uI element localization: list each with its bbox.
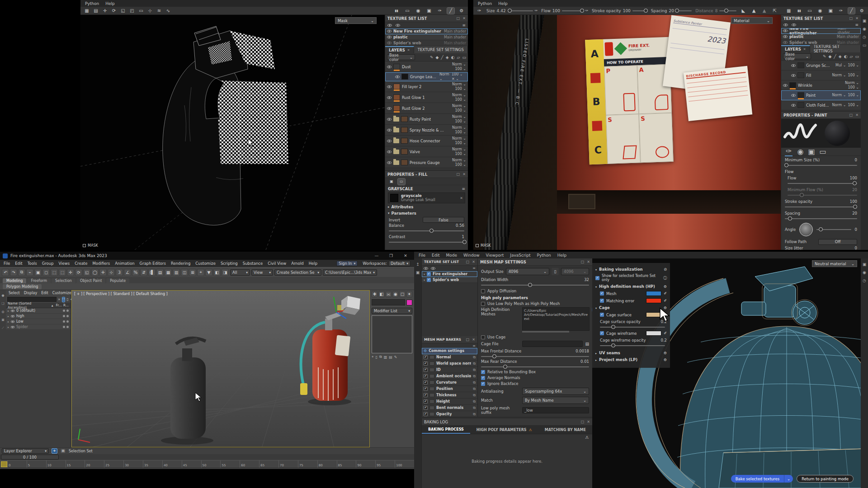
camera-icon[interactable]: ▣ xyxy=(1,318,5,322)
menu-item[interactable]: Help xyxy=(498,1,508,6)
mirror-icon[interactable]: ▲ xyxy=(750,8,757,14)
history-icon[interactable]: ◷ xyxy=(863,278,866,283)
polygon-modeling-tab[interactable]: Polygon Modeling xyxy=(3,284,42,289)
layer-row[interactable]: Grunge Sc... Mul ⌄100 ⌄ xyxy=(781,61,861,70)
copy-settings-icon[interactable]: ⧉ xyxy=(473,412,476,417)
tool-icon[interactable]: ⊹ xyxy=(146,8,154,14)
export-icon[interactable]: ↥ xyxy=(416,262,420,267)
pencil-tool-icon[interactable]: ╱ xyxy=(848,8,855,14)
object-name-field[interactable] xyxy=(372,299,405,305)
toolbar-icon[interactable]: ◱ xyxy=(83,269,90,276)
expand-icon[interactable]: ▸ xyxy=(8,325,9,328)
layer-visibility-icon[interactable] xyxy=(387,96,392,99)
view-mode-dropdown[interactable]: Mask⌄ xyxy=(335,17,377,24)
toolbar-icon[interactable]: ↶ xyxy=(2,269,9,276)
blend-mode[interactable]: Norm ⌄ xyxy=(452,62,466,67)
command-panel-tab[interactable]: ▢ xyxy=(399,291,405,297)
layer-tool-icon[interactable]: ◆ xyxy=(828,54,831,59)
contrast-slider[interactable] xyxy=(389,242,464,243)
menu-item[interactable]: Mode xyxy=(446,253,458,258)
stack-tool-icon[interactable]: ▤ xyxy=(389,355,392,359)
toolbar-icon[interactable]: ◧ xyxy=(213,269,221,276)
layer-tool-icon[interactable]: ╱ xyxy=(834,54,836,59)
toolbar-icon[interactable]: ◻ xyxy=(42,269,50,276)
layer-list-icon[interactable]: ▤ xyxy=(60,448,66,454)
blend-mode[interactable]: Norm ⌄ xyxy=(832,103,846,108)
lock-icon[interactable]: ▯ xyxy=(66,297,68,301)
apply-diffusion-checkbox[interactable]: ✓ xyxy=(481,289,485,293)
cage-wireframe-opacity-slider[interactable] xyxy=(600,345,665,346)
toolbar-icon[interactable]: % xyxy=(132,269,139,276)
close-icon[interactable]: ✕ xyxy=(472,338,475,342)
history-icon[interactable]: ◷ xyxy=(863,35,866,39)
explorer-row[interactable]: ▸ Low xyxy=(6,319,71,324)
parameters-header[interactable]: Parameters xyxy=(392,211,416,216)
ribbon-tab[interactable]: Selection xyxy=(52,278,75,283)
toolbar-icon[interactable]: ⟳ xyxy=(75,269,82,276)
close-icon[interactable]: ✕ xyxy=(803,47,806,51)
menu-item[interactable]: Views xyxy=(59,261,70,266)
render-icon[interactable] xyxy=(66,310,69,312)
gear-icon[interactable]: ⚙ xyxy=(664,351,667,355)
expand-icon[interactable]: ▾ xyxy=(424,272,425,276)
baker-checkbox[interactable]: ✓ xyxy=(424,368,428,372)
float-icon[interactable]: □ xyxy=(466,260,470,264)
menu-item[interactable]: JavaScript xyxy=(510,253,530,258)
tool-icon[interactable]: ✛ xyxy=(101,8,108,14)
toolbar-icon[interactable]: ⌖ xyxy=(197,269,204,276)
visibility-eye-icon[interactable] xyxy=(783,35,788,38)
menu-item[interactable]: Python xyxy=(537,253,551,258)
output-size-dropdown[interactable]: 4096⌄ xyxy=(506,268,549,275)
layer-tool-icon[interactable]: ╱ xyxy=(441,55,443,60)
layer-row[interactable]: Dust Norm ⌄100 ⌄ xyxy=(385,61,468,72)
stroke-opacity-slider[interactable] xyxy=(785,206,857,207)
toolbar-icon[interactable]: ⧉ xyxy=(18,269,25,276)
layer-row[interactable]: Fill Norm ⌄100 ⌄ xyxy=(781,70,861,80)
solo-icon[interactable] xyxy=(396,24,400,27)
tool-icon[interactable]: ⟳ xyxy=(110,8,118,14)
paint-viewport[interactable]: A B C FIRE EXT. ORDINARY HOW TO OPERATE xyxy=(473,15,781,250)
lock-ratio-icon[interactable]: ▯ xyxy=(552,268,559,275)
layer-opacity[interactable]: 100 ⌄ xyxy=(455,67,466,71)
spline-icon[interactable]: ⟋ xyxy=(2,326,4,330)
toolbar-icon[interactable]: ▥ xyxy=(173,269,180,276)
list-options-icon[interactable]: ≡ xyxy=(855,23,859,27)
pause-icon[interactable]: ▮▮ xyxy=(393,8,400,14)
ribbon-tab[interactable]: Freeform xyxy=(27,278,51,283)
layer-tool-icon[interactable]: ✎ xyxy=(823,54,826,59)
layer-opacity[interactable]: 100 ⌄ xyxy=(455,130,466,135)
menu-item[interactable]: Python xyxy=(85,1,99,6)
stack-tool-icon[interactable]: ✎ xyxy=(394,355,397,359)
collapse-icon[interactable]: ▸ xyxy=(388,205,390,209)
menu-item[interactable]: Python xyxy=(478,1,492,6)
rel-bbox-checkbox[interactable]: ✓ xyxy=(481,370,485,374)
menu-item[interactable]: Create xyxy=(75,261,87,266)
layer-visibility-icon[interactable] xyxy=(387,129,392,131)
layer-row[interactable]: Paint Norm ⌄100 ⌄ xyxy=(781,90,861,100)
toolbar-icon[interactable]: ✛ xyxy=(67,269,74,276)
explorer-row[interactable]: ▸ high xyxy=(6,314,71,319)
toolbar-icon[interactable]: ⌁ xyxy=(26,269,33,276)
layer-row[interactable]: Fill layer 2 Norm ⌄100 ⌄ xyxy=(385,81,468,92)
menu-item[interactable]: Viewport xyxy=(486,253,504,258)
min-flow-slider[interactable] xyxy=(788,195,857,196)
layer-row[interactable]: Rust Glow 2 Norm ⌄100 ⌄ xyxy=(385,103,468,114)
layer-tool-icon[interactable]: ◈ xyxy=(446,55,449,60)
balance-slider[interactable] xyxy=(389,230,464,231)
layer-visibility-icon[interactable] xyxy=(791,94,796,97)
visibility-eye-icon[interactable] xyxy=(387,36,392,38)
max-frontal-slider[interactable] xyxy=(481,356,589,357)
selection-filter-dropdown[interactable]: All▼ xyxy=(230,269,250,276)
explorer-row[interactable]: ▸ Spider xyxy=(6,324,71,330)
toolbar-icon[interactable]: ▦ xyxy=(165,269,172,276)
pencil-tool-icon[interactable]: ╱ xyxy=(447,8,454,14)
uv-grid-icon[interactable]: ▦ xyxy=(785,8,792,14)
gear-icon[interactable]: ⚙ xyxy=(859,8,865,14)
color-picker-icon[interactable]: ✐ xyxy=(664,291,667,296)
explorer-menu-item[interactable]: Edit xyxy=(41,291,48,295)
baker-checkbox[interactable]: ✓ xyxy=(424,412,428,416)
layer-row[interactable]: Grunge Leak Small Norm ⌄100 ⌄ ✕ ⌄ xyxy=(385,72,468,81)
ribbon-tab[interactable]: Modeling xyxy=(3,278,26,283)
attributes-header[interactable]: Attributes xyxy=(392,205,414,209)
baker-row[interactable]: ✓ Position ⧉ xyxy=(422,386,477,392)
